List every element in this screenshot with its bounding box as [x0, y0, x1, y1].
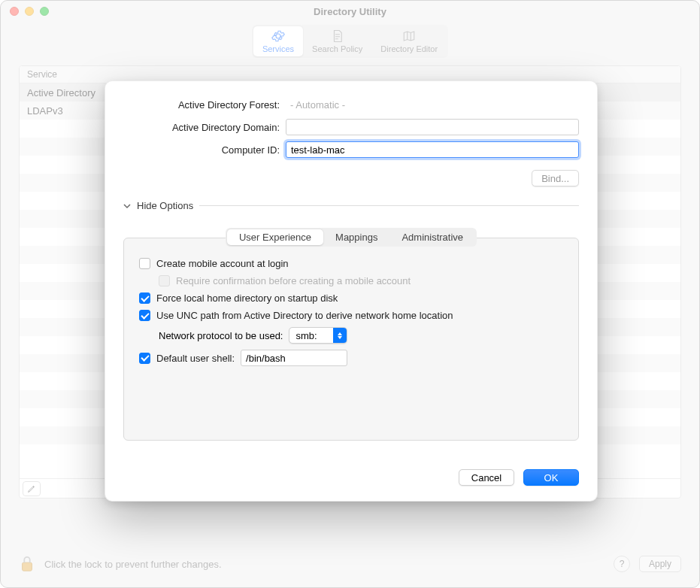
tab-administrative[interactable]: Administrative	[389, 229, 475, 245]
tab-mappings[interactable]: Mappings	[323, 229, 389, 245]
checkbox-default-shell[interactable]	[139, 353, 150, 364]
checkbox-create-mobile[interactable]	[139, 258, 150, 269]
forest-label: Active Directory Forest:	[123, 99, 280, 111]
app-window: Directory Utility Services Search Policy…	[0, 0, 700, 588]
options-toggle[interactable]: Hide Options	[123, 200, 579, 211]
ok-button[interactable]: OK	[523, 469, 579, 486]
force-local-label: Force local home directory on startup di…	[156, 292, 338, 304]
computer-id-label: Computer ID:	[123, 144, 280, 156]
protocol-select[interactable]: smb:	[289, 327, 347, 344]
domain-input[interactable]	[286, 119, 579, 135]
shell-label: Default user shell:	[156, 353, 235, 364]
options-panel: Create mobile account at login Require c…	[123, 238, 579, 441]
shell-input[interactable]	[241, 350, 347, 366]
checkbox-require-confirm	[159, 275, 170, 286]
protocol-label: Network protocol to be used:	[159, 330, 283, 341]
tab-user-experience[interactable]: User Experience	[227, 229, 323, 245]
ad-config-sheet: Active Directory Forest: - Automatic - A…	[105, 80, 598, 502]
create-mobile-label: Create mobile account at login	[156, 258, 289, 269]
checkbox-use-unc[interactable]	[139, 310, 150, 321]
options-toggle-label: Hide Options	[137, 200, 193, 211]
computer-id-input[interactable]	[286, 141, 579, 158]
bind-button[interactable]: Bind...	[532, 170, 579, 186]
options-tabs: User Experience Mappings Administrative	[226, 228, 477, 247]
updown-icon	[333, 328, 347, 343]
domain-label: Active Directory Domain:	[123, 122, 280, 133]
sheet-footer: Cancel OK	[123, 459, 579, 486]
checkbox-force-local[interactable]	[139, 292, 150, 304]
protocol-value: smb:	[289, 330, 333, 341]
cancel-button[interactable]: Cancel	[459, 469, 514, 486]
use-unc-label: Use UNC path from Active Directory to de…	[156, 310, 453, 321]
forest-value: - Automatic -	[286, 96, 579, 113]
divider	[199, 205, 579, 206]
require-confirm-label: Require confirmation before creating a m…	[176, 275, 411, 286]
chevron-down-icon	[123, 202, 131, 210]
